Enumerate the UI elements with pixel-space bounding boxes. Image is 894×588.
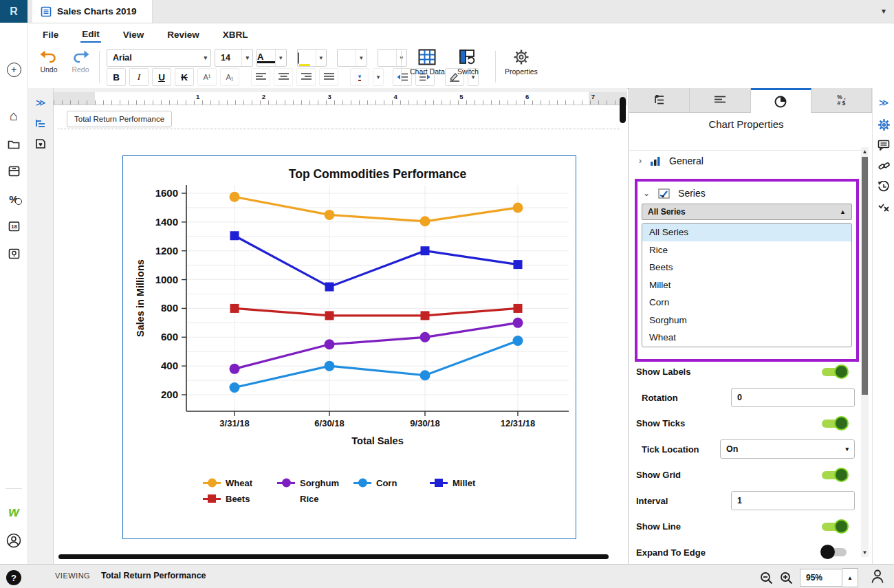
horizontal-scrollbar[interactable] (58, 554, 609, 559)
series-option-wheat[interactable]: Wheat (642, 329, 851, 347)
history-button[interactable] (873, 177, 894, 195)
font-size-select[interactable]: 14 ▾ (215, 49, 253, 67)
sidebar-item-calendar[interactable]: 18 (0, 217, 28, 235)
outline-view-button[interactable] (28, 114, 53, 132)
comments-button[interactable] (873, 136, 894, 154)
vertical-align-button[interactable]: ▾ (350, 68, 369, 86)
account-button[interactable] (0, 532, 28, 549)
align-right-icon (301, 73, 312, 81)
property-label: Rotation (636, 393, 678, 403)
show-line-toggle[interactable] (822, 523, 847, 531)
tab-overflow-caret-icon[interactable]: ▾ (882, 6, 886, 16)
font-color-button[interactable]: A ▾ (257, 49, 287, 67)
show-ticks-toggle[interactable] (822, 420, 847, 428)
series-option-rice[interactable]: Rice (642, 241, 851, 259)
series-option-beets[interactable]: Beets (642, 259, 851, 276)
bookmarks-button[interactable]: ♥ (28, 135, 53, 153)
section-label[interactable]: Total Return Performance (67, 111, 172, 127)
highlight-color-button[interactable]: ▾ (297, 49, 327, 67)
align-justify-button[interactable] (319, 68, 338, 86)
align-left-button[interactable] (251, 68, 270, 86)
undo-button[interactable]: Undo (33, 48, 65, 74)
svg-text:400: 400 (161, 360, 178, 371)
series-option-millet[interactable]: Millet (642, 276, 851, 294)
font-family-select[interactable]: Arial ▾ (107, 49, 211, 67)
gear-icon (877, 118, 891, 131)
strikethrough-button[interactable]: K (175, 68, 194, 86)
validation-button[interactable] (873, 198, 894, 216)
underline-button[interactable]: U (152, 68, 171, 86)
align-center-button[interactable] (274, 68, 293, 86)
scroll-down-icon[interactable]: ▼ (861, 549, 869, 556)
document-tab[interactable]: Sales Charts 2019 (32, 0, 153, 23)
sidebar-item-home[interactable]: ⌂ (0, 107, 28, 124)
menu-file[interactable]: File (41, 28, 60, 42)
show-grid-toggle[interactable] (822, 471, 847, 479)
chart-object[interactable]: 20040060080010001200140016003/31/186/30/… (122, 155, 576, 539)
zoom-out-button[interactable] (760, 571, 773, 585)
panel-scrollbar[interactable]: ▲ ▼ (861, 147, 869, 557)
section-general[interactable]: › General (639, 155, 704, 166)
presence-user-button[interactable] (871, 569, 884, 584)
panel-title: Chart Properties (629, 118, 863, 130)
tab-text-properties[interactable] (690, 88, 750, 113)
collapse-panel-button[interactable]: ≫ (873, 94, 894, 111)
settings-button[interactable] (873, 116, 894, 133)
section-series[interactable]: ⌄ Series (643, 188, 856, 199)
switch-button[interactable]: Switch (457, 49, 479, 76)
toolbar: Undo Redo Arial ▾ 14 ▾ A ▾ ▾ ▾ ▾ (28, 45, 894, 89)
outline-strip: ≫ ♥ (28, 88, 54, 564)
align-right-button[interactable] (296, 68, 316, 86)
italic-button[interactable]: I (129, 68, 149, 86)
zoom-spinner-button[interactable]: ▲ (842, 568, 858, 587)
decrease-indent-button[interactable] (393, 68, 412, 86)
create-button[interactable]: + (0, 61, 28, 78)
tab-number-format[interactable]: % ,# $ (811, 88, 872, 113)
series-option-all-series[interactable]: All Series (642, 224, 851, 241)
sidebar-item-tasks[interactable]: % (0, 190, 28, 208)
zoom-in-button[interactable] (780, 571, 793, 585)
vertical-scrollbar[interactable] (620, 97, 626, 123)
expand-panel-button[interactable]: ≫ (28, 94, 53, 111)
svg-text:3/31/18: 3/31/18 (219, 418, 249, 428)
bookmark-heart-icon: ♥ (35, 138, 46, 149)
sidebar-item-files[interactable] (0, 135, 28, 153)
superscript-button[interactable]: A¹ (197, 68, 217, 86)
bold-button[interactable]: B (107, 68, 126, 86)
zoom-level-input[interactable]: 95% (800, 569, 842, 587)
tick-location-select[interactable]: On▾ (720, 439, 855, 459)
panel-scroll-thumb[interactable] (862, 157, 868, 395)
interval-input[interactable] (731, 491, 855, 510)
chart-data-button[interactable]: Chart Data (410, 49, 445, 76)
help-button[interactable]: ? (0, 569, 28, 587)
chevron-down-icon: ⌄ (643, 188, 650, 198)
properties-button[interactable]: Properties (505, 49, 538, 76)
scroll-up-icon[interactable]: ▲ (861, 149, 869, 155)
legend-item-beets: Beets (203, 491, 250, 506)
menu-review[interactable]: Review (166, 28, 201, 42)
menu-xbrl[interactable]: XBRL (221, 28, 250, 42)
series-option-corn[interactable]: Corn (642, 294, 851, 312)
menu-edit[interactable]: Edit (80, 27, 101, 43)
vertical-align-caret[interactable]: ▾ (373, 68, 384, 86)
redo-button[interactable]: Redo (65, 48, 96, 74)
series-option-sorghum[interactable]: Sorghum (642, 312, 851, 329)
style-select-2[interactable]: ▾ (378, 49, 408, 67)
rotation-input[interactable] (731, 388, 855, 407)
sidebar-item-ideas[interactable] (0, 245, 28, 263)
tab-outline-properties[interactable] (629, 88, 690, 113)
subscript-button[interactable]: A₁ (220, 68, 239, 86)
series-dropdown-button[interactable]: All Series ▲ (642, 204, 852, 220)
expand-to-edge-toggle[interactable] (822, 548, 847, 556)
tab-chart-properties[interactable] (751, 88, 811, 113)
links-button[interactable] (873, 157, 894, 175)
style-select-1[interactable]: ▾ (337, 49, 367, 67)
menu-view[interactable]: View (122, 28, 146, 42)
document-canvas[interactable]: 1234567 Total Return Performance 2004006… (54, 88, 627, 564)
link-icon (878, 160, 890, 172)
show-labels-toggle[interactable] (822, 368, 847, 376)
series-section-highlight: ⌄ Series All Series ▲ All SeriesRiceBeet… (635, 179, 859, 362)
document-icon (41, 6, 52, 17)
sidebar-item-archive[interactable] (0, 162, 28, 180)
app-logo[interactable]: R (0, 0, 28, 23)
